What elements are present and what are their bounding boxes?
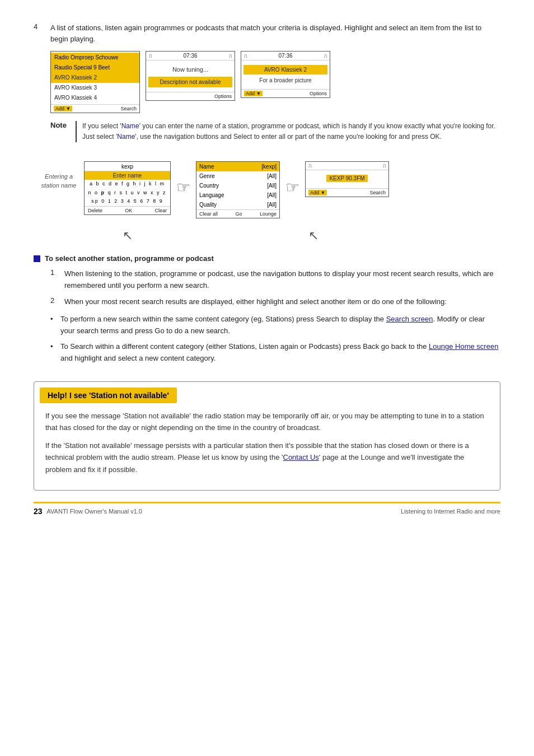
opts-footer: Clear all Go Lounge <box>196 209 279 218</box>
page-wrapper: 4 A list of stations, listen again progr… <box>34 22 500 516</box>
opts-language-row[interactable]: Language [All] <box>196 190 279 200</box>
station-name-display: AVRO Klassiek 2 <box>243 65 327 74</box>
entering-screens: kexp Enter name a b c d e f g h i j k l … <box>84 161 500 218</box>
numbered-list: 1 When listening to the station, program… <box>50 268 500 307</box>
result-header: ⎍ ⎍ <box>306 162 388 170</box>
bullet-item-1: • To perform a new search within the sam… <box>50 314 500 337</box>
bullet-title: To select another station, programme or … <box>34 254 500 263</box>
page-footer: 23 AVANTI Flow Owner's Manual v1.0 Liste… <box>34 502 500 516</box>
screen-avro-playing: ⎍ 07:36 ⎍ AVRO Klassiek 2 For a broader … <box>241 51 330 98</box>
step-text: A list of stations, listen again program… <box>50 22 500 44</box>
bullet-dot-1: • <box>50 315 60 323</box>
screen3-center: AVRO Klassiek 2 For a broader picture <box>241 60 330 89</box>
hand-below-1: ↖ <box>84 228 171 243</box>
screen2-center: Now tuning... Description not available <box>146 60 235 92</box>
tuning-text: Now tuning... <box>148 65 232 74</box>
contact-us-link[interactable]: Contact Us <box>283 453 319 461</box>
opt-language: Language <box>199 191 224 199</box>
signal-icon3: ⎍ <box>244 53 247 59</box>
opt-genre-val: [All] <box>267 172 277 180</box>
bullet-list: • To perform a new search within the sam… <box>50 314 500 365</box>
note-name-ref2: Name <box>117 133 135 141</box>
result-add-btn[interactable]: Add ▼ <box>308 190 327 195</box>
help-box-body: If you see the message 'Station not avai… <box>34 403 500 490</box>
list-item-3[interactable]: AVRO Klassiek 2 <box>51 73 139 83</box>
bullet-dot-2: • <box>50 342 60 351</box>
clearall-button[interactable]: Clear all <box>199 211 218 217</box>
result-footer: Add ▼ Search <box>306 188 388 197</box>
bullet-section: To select another station, programme or … <box>34 254 500 365</box>
footer-section: Listening to Internet Radio and more <box>401 508 500 515</box>
note-label: Note <box>50 121 76 142</box>
numbered-item-2: 2 When your most recent search results a… <box>50 296 500 308</box>
lounge-home-link[interactable]: Lounge Home screen <box>429 342 498 351</box>
entering-row: Entering astation name kexp Enter name a… <box>34 161 500 218</box>
screen2-header: ⎍ 07:36 ⎍ <box>146 52 235 60</box>
opt-language-val: [All] <box>267 191 277 199</box>
clear-button[interactable]: Clear <box>154 208 167 213</box>
options-button[interactable]: Options <box>214 94 232 99</box>
hand-cursor-icon-1: ☞ <box>176 178 190 197</box>
opt-name-val: [kexp] <box>261 162 277 171</box>
screen-station-list: Radio Omproep Schouwe Raudio Special 9 B… <box>50 51 140 113</box>
opts-country-row[interactable]: Country [All] <box>196 181 279 190</box>
kb-footer: Delete OK Clear <box>85 206 170 214</box>
help-box-header: Help! I see 'Station not available' <box>40 388 177 403</box>
signal-r2: ⎍ <box>383 163 386 169</box>
ok-button[interactable]: OK <box>125 208 132 213</box>
note-block: Note If you select 'Name' you can enter … <box>50 121 500 142</box>
result-search-btn[interactable]: Search <box>369 190 386 195</box>
screen3-header: ⎍ 07:36 ⎍ <box>241 52 330 60</box>
lounge-button[interactable]: Lounge <box>260 211 277 217</box>
screen2-footer: Options <box>146 92 235 100</box>
page-number: 23 <box>34 507 43 516</box>
opt-name: Name <box>199 162 214 171</box>
note-text: If you select 'Name' you can enter the n… <box>76 121 500 142</box>
bullet-title-text: To select another station, programme or … <box>45 254 214 263</box>
result-content: KEXP 90.3FM <box>306 170 388 188</box>
list-item-5[interactable]: AVRO Klassiek 4 <box>51 93 139 103</box>
search-button[interactable]: Search <box>120 106 137 111</box>
options-button3[interactable]: Options <box>310 91 327 96</box>
hand-cursors-row: ↖ ↖ <box>84 228 500 243</box>
desc-text: Description not available <box>148 77 232 87</box>
item-2-num: 2 <box>50 296 64 308</box>
list-item-4[interactable]: AVRO Klassiek 3 <box>51 83 139 93</box>
kb-input[interactable]: Enter name <box>85 171 170 180</box>
signal-icon2: ⎍ <box>229 53 232 59</box>
step-4-row: 4 A list of stations, listen again progr… <box>34 22 500 151</box>
item-1-num: 1 <box>50 268 64 292</box>
search-screen-link[interactable]: Search screen <box>386 315 433 323</box>
bullet-text-1: To perform a new search within the same … <box>60 314 500 337</box>
screen-list: Radio Omproep Schouwe Raudio Special 9 B… <box>51 52 139 104</box>
signal-r: ⎍ <box>308 163 311 169</box>
footer-left: 23 AVANTI Flow Owner's Manual v1.0 <box>34 507 142 516</box>
opts-genre-row[interactable]: Genre [All] <box>196 171 279 181</box>
entering-label: Entering astation name <box>34 161 84 190</box>
delete-button[interactable]: Delete <box>88 208 102 213</box>
opts-quality-row[interactable]: Quality [All] <box>196 200 279 209</box>
options-screen: Name [kexp] Genre [All] Country [All] La… <box>196 161 280 218</box>
hand-below-2: ↖ <box>271 228 355 243</box>
kb-row-2: n o p q r s t u v w x y z <box>85 189 170 198</box>
result-station: KEXP 90.3FM <box>326 175 367 182</box>
bullet-icon <box>34 255 40 262</box>
help-box: Help! I see 'Station not available' If y… <box>34 381 500 491</box>
result-screen: ⎍ ⎍ KEXP 90.3FM Add ▼ Search <box>305 161 389 197</box>
go-button[interactable]: Go <box>235 211 242 217</box>
add-button[interactable]: Add ▼ <box>54 106 72 111</box>
screens-row: Radio Omproep Schouwe Raudio Special 9 B… <box>50 51 500 113</box>
kb-title: kexp <box>85 162 170 171</box>
list-item-2[interactable]: Raudio Special 9 Beet <box>51 63 139 73</box>
add-button3[interactable]: Add ▼ <box>244 91 263 96</box>
kb-row-3: sp 0 1 2 3 4 5 6 7 8 9 <box>85 197 170 206</box>
item-1-text: When listening to the station, programme… <box>64 268 500 292</box>
screen3-footer: Add ▼ Options <box>241 89 330 97</box>
signal-icon: ⎍ <box>149 53 152 59</box>
list-item-1[interactable]: Radio Omproep Schouwe <box>51 53 139 63</box>
station-desc: For a broader picture <box>243 76 327 85</box>
step-content: A list of stations, listen again program… <box>50 22 500 151</box>
opt-country-val: [All] <box>267 181 277 190</box>
opts-name-row[interactable]: Name [kexp] <box>196 162 279 171</box>
help-para-2: If the 'Station not available' message p… <box>45 440 489 475</box>
